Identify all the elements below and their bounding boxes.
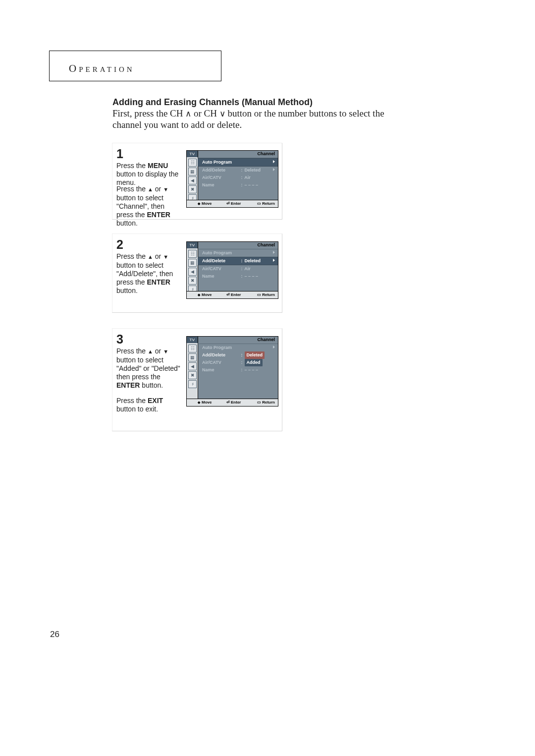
osd-footer: Move Enter Return: [187, 200, 278, 207]
osd-icon-setup: ✖: [188, 371, 197, 379]
intro-text: First, press the CH ∧ or CH ∨ button or …: [112, 108, 390, 130]
osd-icon-channel: ◀: [188, 176, 197, 184]
osd-footer-return: Return: [257, 291, 275, 298]
step-number-1: 1: [116, 147, 123, 161]
down-arrow-icon: [163, 185, 168, 193]
osd-row-auto: Auto Program: [198, 249, 278, 257]
osd-row-name: Name: – – – –: [198, 273, 278, 280]
osd-screenshot-1: TV ☷ ▦ ◀ ✖ ♯ Channel Auto Program Add/De…: [186, 150, 278, 208]
osd-footer: Move Enter Return: [187, 399, 278, 406]
right-arrow-icon: [273, 251, 275, 254]
osd-tv-label: TV: [187, 151, 198, 157]
osd-icon-function: ♯: [188, 380, 197, 388]
osd-tv-label: TV: [187, 337, 198, 343]
osd-footer-enter: Enter: [226, 399, 241, 406]
osd-body: Auto Program Add/Delete: Deleted Air/CAT…: [198, 158, 278, 200]
up-arrow-icon: [148, 252, 153, 260]
osd-icon-channel: ◀: [188, 362, 197, 370]
osd-row-add: Add/Delete: Deleted: [198, 351, 278, 359]
osd-icon-setup: ✖: [188, 185, 197, 193]
intro-mid: or CH: [191, 108, 219, 118]
chip-added: Added: [245, 359, 263, 366]
osd-footer-enter: Enter: [226, 291, 241, 298]
intro-pre: First, press the CH: [112, 108, 185, 118]
osd-icon-picture: ☷: [188, 250, 197, 258]
osd-footer-return: Return: [257, 200, 275, 207]
down-arrow-icon: [163, 347, 168, 355]
page-number: 26: [50, 630, 59, 640]
osd-footer-move: Move: [198, 200, 212, 207]
osd-tv-label: TV: [187, 242, 198, 248]
osd-screenshot-2: TV ☷ ▦ ◀ ✖ ♯ Channel Auto Program Add/De…: [186, 241, 278, 299]
osd-icon-channel: ◀: [188, 268, 197, 276]
osd-title: Channel: [257, 151, 275, 156]
right-arrow-icon: [273, 160, 275, 163]
up-arrow-icon: [148, 185, 153, 193]
up-arrow-icon: [148, 347, 153, 355]
ch-down-icon: ∨: [219, 109, 225, 119]
osd-icon-setup: ✖: [188, 277, 197, 285]
osd-icon-sound: ▦: [188, 259, 197, 267]
osd-row-air: Air/CATV: Added: [198, 359, 278, 366]
osd-title: Channel: [257, 337, 275, 342]
osd-sidebar: TV ☷ ▦ ◀ ✖ ♯: [187, 242, 198, 298]
osd-footer-return: Return: [257, 399, 275, 406]
osd-row-add: Add/Delete: Deleted: [198, 167, 278, 174]
osd-row-air: Air/CATV: Air: [198, 174, 278, 181]
osd-sidebar: TV ☷ ▦ ◀ ✖ ♯: [187, 337, 198, 406]
down-arrow-icon: [163, 252, 168, 260]
osd-row-auto: Auto Program: [198, 158, 278, 167]
osd-footer-move: Move: [198, 399, 212, 406]
osd-footer: Move Enter Return: [187, 291, 278, 298]
osd-footer-move: Move: [198, 291, 212, 298]
right-arrow-icon: [273, 259, 275, 262]
osd-icon-sound: ▦: [188, 168, 197, 175]
step-number-2: 2: [116, 237, 123, 252]
step-text-3: Press the or button to select "Added" or…: [116, 347, 183, 390]
step-text-3-exit: Press the EXIT button to exit.: [116, 397, 183, 413]
step-text-1a: Press the MENU button to display the men…: [116, 162, 183, 187]
step-number-3: 3: [116, 332, 123, 347]
osd-footer-enter: Enter: [226, 200, 241, 207]
osd-icon-picture: ☷: [188, 345, 197, 352]
osd-row-name: Name: – – – –: [198, 366, 278, 374]
osd-row-name: Name: – – – –: [198, 181, 278, 189]
osd-sidebar: TV ☷ ▦ ◀ ✖ ♯: [187, 151, 198, 207]
ch-up-icon: ∧: [185, 109, 191, 119]
osd-screenshot-3: TV ☷ ▦ ◀ ✖ ♯ Channel Auto Program Add/De…: [186, 336, 278, 407]
osd-row-add: Add/Delete: Deleted: [198, 257, 278, 265]
osd-body: Auto Program Add/Delete: Deleted Air/CAT…: [198, 249, 278, 291]
step-text-1b: Press the or button to select "Channel",…: [116, 185, 183, 228]
osd-row-air: Air/CATV: Air: [198, 265, 278, 273]
osd-icon-sound: ▦: [188, 353, 197, 361]
page-heading: Adding and Erasing Channels (Manual Meth…: [112, 97, 313, 108]
right-arrow-icon: [273, 168, 275, 171]
right-arrow-icon: [273, 346, 275, 349]
osd-row-auto: Auto Program: [198, 344, 278, 351]
step-text-2: Press the or button to select "Add/Delet…: [116, 252, 183, 295]
section-label: Operation: [69, 62, 135, 75]
osd-title: Channel: [257, 242, 275, 247]
osd-body: Auto Program Add/Delete: Deleted Air/CAT…: [198, 344, 278, 399]
osd-icon-picture: ☷: [188, 159, 197, 167]
chip-deleted: Deleted: [245, 351, 265, 359]
